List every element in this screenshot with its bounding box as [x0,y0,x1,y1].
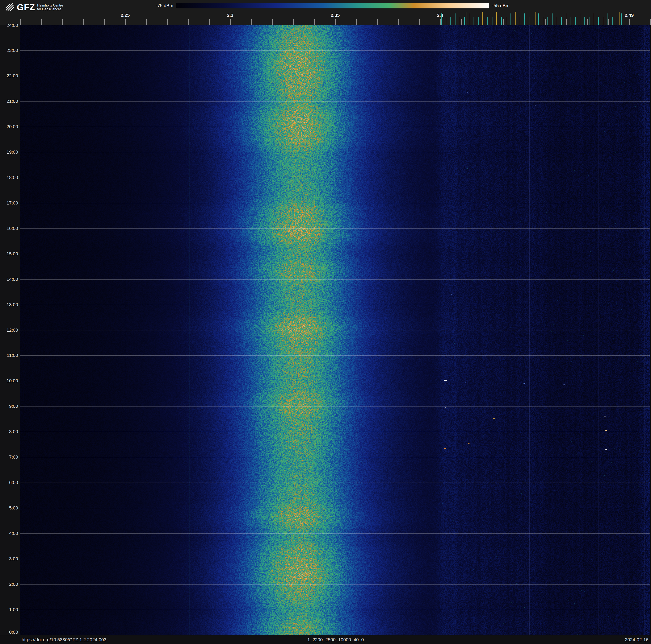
marker-tick [466,12,466,25]
minor-tick [293,19,293,25]
comb-tick [529,17,529,25]
minor-tick [608,19,609,25]
date-text: 2024-02-16 [625,637,649,643]
minor-tick [440,19,441,25]
comb-tick [510,13,511,25]
minor-tick [503,19,503,25]
header: GFZ Helmholtz Centre for Geosciences -75… [0,0,651,25]
comb-tick [455,13,456,25]
comb-tick [612,17,613,25]
time-axis-gutter [0,25,20,635]
comb-tick [478,17,478,25]
minor-tick [419,19,420,25]
minor-tick [188,19,189,25]
minor-tick [272,19,273,25]
minor-tick [41,19,41,25]
marker-tick [619,12,620,25]
comb-tick [552,13,553,25]
comb-tick [520,17,520,25]
comb-tick [501,17,502,25]
comb-tick [603,17,603,25]
comb-tick [441,13,442,25]
minor-tick [251,19,252,25]
comb-tick [608,13,608,25]
comb-tick [621,13,622,25]
marker-tick [535,12,535,25]
comb-tick [469,13,469,25]
minor-tick [377,19,378,25]
footer: https://doi.org/10.5880/GFZ.1.2.2024.003… [0,635,651,644]
comb-tick [464,17,465,25]
minor-tick [104,19,104,25]
minor-tick [20,19,21,25]
minor-tick [125,19,126,25]
comb-tick [617,17,617,25]
comb-tick [534,17,534,25]
minor-tick [83,19,84,25]
minor-tick [209,19,210,25]
tick-marks [0,0,651,25]
comb-tick [506,17,506,25]
comb-tick [492,17,492,25]
comb-tick [557,17,557,25]
minor-tick [335,19,336,25]
minor-tick [650,19,651,25]
comb-tick [584,17,585,25]
comb-tick [451,17,451,25]
comb-tick [594,13,594,25]
comb-tick [566,13,566,25]
minor-tick [230,19,230,25]
marker-tick [496,12,497,25]
marker-tick [482,12,483,25]
comb-tick [570,17,571,25]
minor-tick [314,19,315,25]
comb-tick [543,17,543,25]
minor-tick [146,19,147,25]
minor-tick [461,19,462,25]
minor-tick [587,19,588,25]
spectrogram-canvas [20,25,650,635]
marker-tick [515,12,516,25]
doi-text: https://doi.org/10.5880/GFZ.1.2.2024.003 [22,637,106,643]
minor-tick [356,19,356,25]
minor-tick [167,19,167,25]
comb-tick [538,13,539,25]
comb-tick [524,13,525,25]
minor-tick [62,19,63,25]
comb-tick [548,17,548,25]
comb-tick [446,17,446,25]
dataset-id-text: 1_2200_2500_10000_40_0 [307,637,364,643]
comb-tick [575,17,576,25]
minor-tick [629,19,629,25]
minor-tick [398,19,399,25]
comb-tick [473,17,474,25]
minor-tick [545,19,546,25]
comb-tick [483,13,483,25]
comb-tick [488,17,488,25]
comb-tick [589,17,589,25]
comb-tick [561,17,562,25]
comb-tick [460,17,460,25]
comb-tick [580,13,580,25]
comb-tick [598,17,599,25]
